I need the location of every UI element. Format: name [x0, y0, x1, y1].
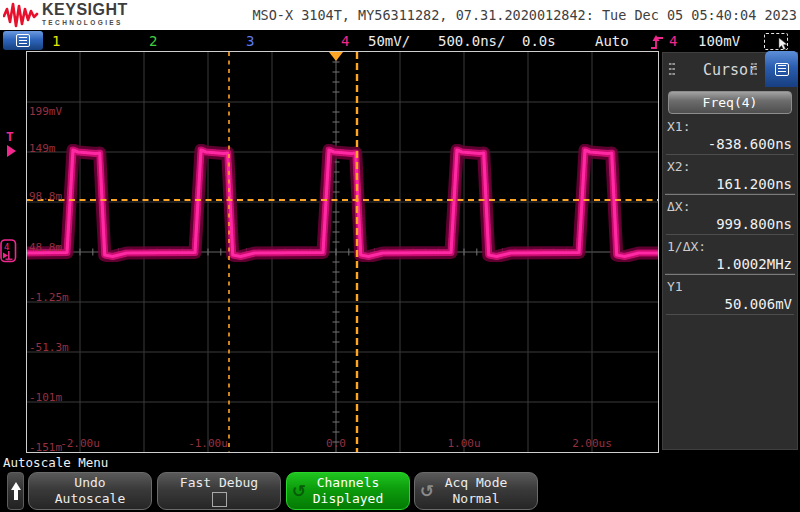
trigger-level-readout[interactable]: 100mV: [698, 33, 740, 49]
divider: [665, 273, 795, 275]
y-axis-label: -151m: [29, 442, 62, 453]
ground-marker-channel-number: 4: [4, 242, 9, 252]
channel4-waveform-trace: [27, 150, 658, 257]
softkey-line2: Normal: [453, 491, 500, 507]
menu-icon: [775, 63, 789, 76]
mouse-pointer-icon: [778, 38, 789, 51]
channel-3-button[interactable]: 3: [246, 33, 254, 49]
divider: [666, 314, 794, 315]
y-axis-label: -101m: [29, 392, 62, 403]
y-axis-label: 199mV: [29, 106, 62, 117]
x-axis-label: -1.00u: [188, 438, 228, 449]
oscilloscope-screen: KEYSIGHT TECHNOLOGIES MSO-X 3104T, MY563…: [0, 0, 800, 512]
channel-2-button[interactable]: 2: [149, 33, 157, 49]
softkey-line1: Channels: [317, 475, 380, 491]
cursor-inv-dx-value: 1.0002MHz: [716, 256, 792, 272]
softkey-menu-title: Autoscale Menu: [3, 455, 108, 470]
panel-grip-right-icon[interactable]: [750, 62, 757, 78]
brand-block: KEYSIGHT TECHNOLOGIES: [42, 2, 128, 27]
trigger-source-readout[interactable]: 4: [669, 33, 677, 49]
instrument-title: MSO-X 3104T, MY56311282, 07.31.202001284…: [252, 7, 797, 23]
fast-debug-checkbox[interactable]: [212, 492, 227, 507]
keysight-logo-icon: [3, 2, 39, 28]
softkey-channels-displayed[interactable]: ↺ Channels Displayed: [286, 472, 410, 510]
status-bar: 1 2 3 4 50mV/ 500.0ns/ 0.0s Auto 4 100mV: [0, 30, 800, 52]
cursor-x1-value: -838.600ns: [708, 136, 792, 152]
trigger-level-marker-label[interactable]: T: [6, 129, 14, 144]
x-axis-label: 0.0: [326, 438, 346, 449]
trigger-time-marker-icon[interactable]: [329, 52, 343, 61]
divider: [665, 193, 795, 195]
softkey-acq-mode[interactable]: ↺ Acq Mode Normal: [414, 472, 538, 510]
softkey-undo-autoscale[interactable]: Undo Autoscale: [28, 472, 152, 510]
up-arrow-stem: [14, 489, 18, 500]
ch4-scale-readout[interactable]: 50mV/: [368, 33, 410, 49]
brand-name: KEYSIGHT: [42, 2, 128, 18]
divider: [666, 234, 794, 235]
trigger-level-arrow-icon[interactable]: [7, 145, 16, 157]
cursor-y1-label: Y1: [667, 279, 683, 294]
ground-arrow-icon: [3, 253, 8, 259]
y-axis-label: -51.3m: [29, 342, 69, 353]
menu-icon: [16, 34, 30, 47]
main-menu-button[interactable]: [3, 31, 43, 50]
cycle-icon: ↺: [420, 483, 434, 499]
softkey-line2: Autoscale: [55, 491, 125, 507]
brand-subname: TECHNOLOGIES: [42, 18, 128, 27]
timebase-readout[interactable]: 500.0ns/: [438, 33, 505, 49]
cursor-x2-label: X2:: [667, 159, 690, 174]
cycle-icon: ↺: [292, 483, 306, 499]
panel-grip-left-icon[interactable]: [668, 62, 675, 78]
trigger-mode-readout[interactable]: Auto: [595, 33, 629, 49]
y-axis-label: 149m: [29, 143, 56, 154]
y-axis-label: 48.8m: [29, 242, 62, 253]
menu-back-button[interactable]: [7, 472, 24, 510]
divider: [666, 154, 794, 155]
cursor-inv-dx-label: 1/ΔX:: [667, 239, 706, 254]
delay-readout[interactable]: 0.0s: [522, 33, 556, 49]
graticule-and-trace: [27, 52, 658, 452]
x-axis-label: -2.00u: [60, 438, 100, 449]
x-axis-label: 2.00us: [572, 438, 612, 449]
y-axis-label: -1.25m: [29, 292, 69, 303]
channel-1-button[interactable]: 1: [52, 33, 60, 49]
softkey-line1: Undo: [74, 475, 105, 491]
cursor-x2-value: 161.200ns: [716, 176, 792, 192]
channel4-ground-marker[interactable]: 4: [0, 239, 17, 263]
softkey-fast-debug[interactable]: Fast Debug: [157, 472, 281, 510]
softkey-line1: Acq Mode: [445, 475, 508, 491]
selection-tool-icon[interactable]: [764, 33, 788, 50]
cursor-panel-menu-button[interactable]: [765, 51, 798, 87]
softkey-line2: Displayed: [313, 491, 383, 507]
y-axis-label: 98.8m: [29, 191, 62, 202]
trigger-slope-icon: [650, 34, 665, 50]
channel-4-button[interactable]: 4: [341, 33, 349, 49]
x-axis-label: 1.00u: [447, 438, 480, 449]
cursor-dx-value: 999.800ns: [716, 216, 792, 232]
cursor-panel: Cursor Freq(4) X1: -838.600ns X2: 161.20…: [662, 52, 798, 450]
softkey-line1: Fast Debug: [180, 475, 258, 491]
header-bar: KEYSIGHT TECHNOLOGIES MSO-X 3104T, MY563…: [0, 0, 800, 30]
cursor-x1-label: X1:: [667, 119, 690, 134]
cursor-y1-value: 50.006mV: [725, 296, 792, 312]
cursor-mode-button[interactable]: Freq(4): [668, 91, 792, 114]
cursor-dx-label: ΔX:: [667, 199, 690, 214]
waveform-display: 199mV 149m 98.8m 48.8m -1.25m -51.3m -10…: [26, 51, 659, 453]
